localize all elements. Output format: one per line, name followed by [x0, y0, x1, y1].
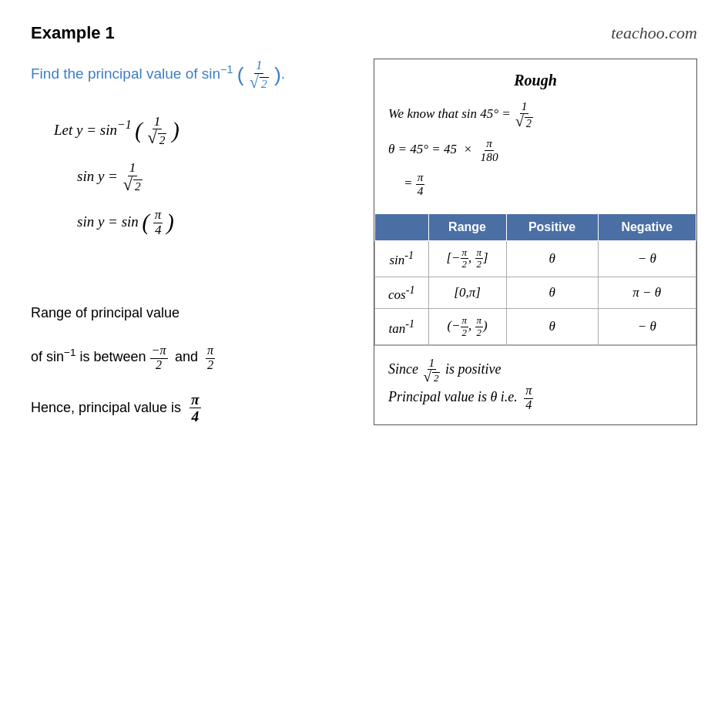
- cos-func: cos-1: [375, 277, 429, 309]
- range-sub-line: of sin−1 is between −π 2 and π 2: [31, 344, 358, 373]
- question-frac-den: √2: [248, 74, 270, 92]
- bottom-note-line2: Principal value is θ i.e. π4: [388, 384, 683, 413]
- tan-func: tan-1: [375, 309, 429, 345]
- cos-negative: π − θ: [598, 277, 696, 309]
- range-heading: Range of principal value: [31, 305, 358, 321]
- sin-negative: − θ: [598, 240, 696, 277]
- bottom-note-line1: Since 1√2 is positive: [388, 357, 683, 384]
- right-column: Rough We know that sin 45° = 1 √2 θ = 45…: [374, 59, 697, 425]
- rough-section: Rough We know that sin 45° = 1 √2 θ = 45…: [374, 59, 696, 213]
- header: Example 1 teachoo.com: [31, 23, 697, 43]
- brand-logo: teachoo.com: [611, 23, 697, 43]
- tan-positive: θ: [506, 309, 598, 345]
- sin-y-line: sin y = 1 √2: [77, 161, 358, 194]
- page: Example 1 teachoo.com Find the principal…: [0, 0, 728, 728]
- example-title: Example 1: [31, 23, 115, 43]
- col-header-range: Range: [428, 213, 506, 240]
- table-row-tan: tan-1 (−π2, π2) θ − θ: [375, 309, 696, 345]
- sin-positive: θ: [506, 240, 598, 277]
- col-header-positive: Positive: [506, 213, 598, 240]
- question-text: Find the principal value of sin−1 ( 1 √2…: [31, 59, 358, 92]
- let-line: Let y = sin−1 ( 1 √2 ): [54, 115, 358, 148]
- bottom-note: Since 1√2 is positive Principal value is…: [374, 345, 696, 425]
- tan-negative: − θ: [598, 309, 696, 345]
- sin-func: sin-1: [375, 240, 429, 277]
- cos-range: [0,π]: [428, 277, 506, 309]
- sin-sin-line: sin y = sin ( π 4 ): [77, 208, 358, 238]
- cos-positive: θ: [506, 277, 598, 309]
- question-frac-num: 1: [254, 59, 264, 74]
- left-column: Find the principal value of sin−1 ( 1 √2…: [31, 59, 358, 425]
- rough-line2: θ = 45° = 45 × π 180: [388, 137, 683, 164]
- rough-line3: = π 4: [404, 171, 683, 198]
- table-header-row: Range Positive Negative: [375, 213, 696, 240]
- rough-box-outer: Rough We know that sin 45° = 1 √2 θ = 45…: [374, 59, 697, 425]
- table-row-sin: sin-1 [−π2, π2] θ − θ: [375, 240, 696, 277]
- tan-range: (−π2, π2): [428, 309, 506, 345]
- rough-title: Rough: [388, 72, 683, 89]
- rough-line1: We know that sin 45° = 1 √2: [388, 100, 683, 129]
- col-header-negative: Negative: [598, 213, 696, 240]
- main-content: Find the principal value of sin−1 ( 1 √2…: [31, 59, 697, 425]
- hence-line: Hence, principal value is π 4: [31, 391, 358, 425]
- sin-range: [−π2, π2]: [428, 240, 506, 277]
- col-header-func: [375, 213, 429, 240]
- table-row-cos: cos-1 [0,π] θ π − θ: [375, 277, 696, 309]
- trig-table: Range Positive Negative sin-1 [−π2, π2]: [374, 213, 696, 345]
